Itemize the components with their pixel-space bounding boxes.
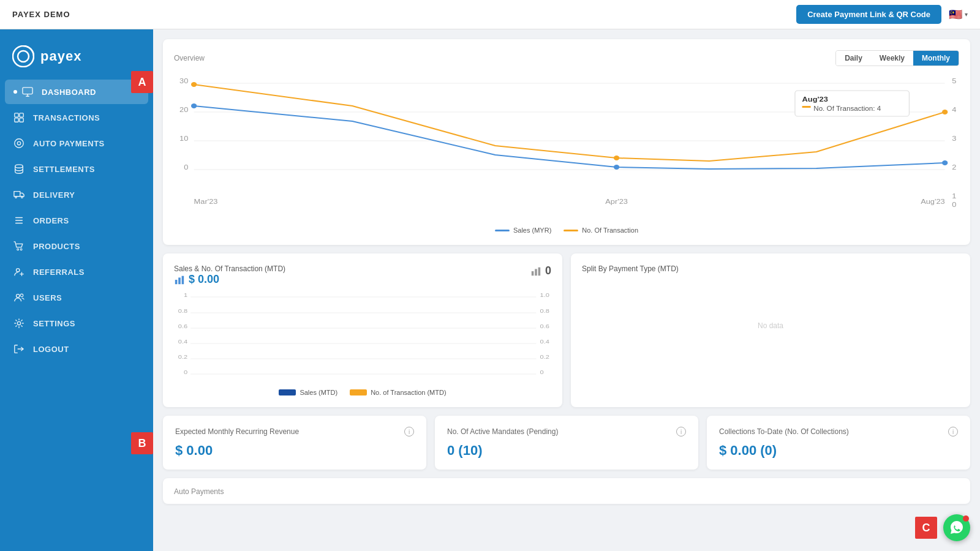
svg-rect-38 — [795, 91, 909, 116]
sidebar-item-label: PRODUCTS — [33, 242, 80, 251]
flag-icon: 🇲🇾 — [949, 8, 962, 21]
svg-rect-4 — [20, 113, 23, 117]
tab-monthly[interactable]: Monthly — [913, 51, 959, 66]
overview-title: Overview — [174, 54, 205, 62]
sidebar-item-orders[interactable]: ORDERS — [5, 208, 148, 233]
svg-rect-47 — [182, 276, 184, 284]
stat-card-title-2: Collections To-Date (No. Of Collections) — [719, 427, 849, 436]
svg-text:4: 4 — [952, 106, 957, 114]
sidebar-logo: payex — [0, 36, 153, 80]
legend-tx: No. Of Transaction — [564, 227, 638, 234]
svg-point-8 — [17, 141, 20, 144]
svg-text:0.8: 0.8 — [540, 308, 550, 314]
sidebar-item-referrals[interactable]: REFERRALS — [5, 260, 148, 284]
whatsapp-icon — [949, 520, 965, 536]
svg-rect-3 — [15, 113, 18, 117]
sidebar-item-products[interactable]: PRODUCTS — [5, 234, 148, 258]
overview-header: Overview Daily Weekly Monthly — [174, 50, 959, 66]
legend-sales-label: Sales (MYR) — [513, 227, 551, 234]
svg-point-32 — [191, 103, 197, 108]
desktop-icon — [22, 86, 33, 97]
svg-point-36 — [614, 156, 619, 160]
svg-text:2: 2 — [952, 163, 957, 171]
mtd-title: Sales & No. Of Transaction (MTD) — [174, 264, 285, 273]
info-icon-0[interactable]: i — [404, 427, 414, 437]
overview-svg: 30 20 10 0 5 4 3 2 1 0 — [174, 72, 959, 219]
create-payment-button[interactable]: Create Payment Link & QR Code — [796, 5, 941, 24]
flag-button[interactable]: 🇲🇾 ▾ — [949, 8, 968, 21]
svg-point-34 — [942, 160, 948, 165]
svg-point-7 — [15, 139, 23, 148]
svg-point-11 — [21, 197, 23, 198]
sidebar-item-dashboard[interactable]: DASHBOARD — [5, 80, 148, 104]
svg-text:0: 0 — [540, 369, 545, 375]
sidebar-item-label: REFERRALS — [33, 268, 85, 277]
sidebar-item-label: TRANSACTIONS — [33, 113, 100, 122]
whatsapp-button[interactable] — [943, 514, 970, 541]
mtd-card: Sales & No. Of Transaction (MTD) $ 0.00 — [163, 253, 562, 407]
auto-payments-label: Auto Payments — [174, 486, 224, 497]
svg-rect-46 — [178, 277, 181, 284]
truck-icon — [13, 189, 24, 200]
svg-point-35 — [191, 82, 197, 87]
gear-icon — [13, 318, 24, 329]
stat-card-value-2: $ 0.00 (0) — [719, 443, 958, 459]
database-icon — [13, 163, 24, 174]
topbar-right: Create Payment Link & QR Code 🇲🇾 ▾ — [796, 5, 968, 24]
sidebar-item-users[interactable]: USERS — [5, 285, 148, 310]
stat-card-header-2: Collections To-Date (No. Of Collections)… — [719, 427, 958, 437]
legend-mtd-sales-color — [279, 389, 296, 395]
tab-weekly[interactable]: Weekly — [871, 51, 913, 66]
svg-point-14 — [17, 269, 20, 272]
split-payment-title: Split By Payment Type (MTD) — [582, 264, 959, 273]
active-indicator — [13, 90, 17, 94]
sidebar-item-delivery[interactable]: DELIVERY — [5, 182, 148, 207]
sidebar-item-settlements[interactable]: SETTLEMENTS — [5, 157, 148, 181]
svg-text:0.4: 0.4 — [178, 339, 188, 345]
tab-daily[interactable]: Daily — [836, 51, 871, 66]
badge-c: C — [915, 517, 937, 539]
svg-text:No data: No data — [758, 321, 783, 330]
info-icon-1[interactable]: i — [676, 427, 686, 437]
badge-b: B — [131, 432, 153, 454]
main-layout: A B payex DASHBOARD TRANSACTION — [0, 29, 980, 551]
sidebar-item-auto-payments[interactable]: AUTO PAYMENTS — [5, 131, 148, 156]
sidebar-item-label: LOGOUT — [33, 345, 69, 354]
svg-text:Apr'23: Apr'23 — [605, 198, 628, 206]
sidebar-item-label: USERS — [33, 293, 62, 302]
svg-point-1 — [18, 51, 29, 62]
split-payment-svg: No data — [582, 273, 959, 383]
overview-chart: 30 20 10 0 5 4 3 2 1 0 — [174, 72, 959, 234]
svg-text:0: 0 — [952, 201, 957, 209]
mtd-svg: 1 0.8 0.6 0.4 0.2 0 1.0 0.8 0.6 0.4 0.2 … — [174, 290, 551, 381]
stat-card-title-1: No. Of Active Mandates (Pending) — [447, 427, 558, 436]
badge-a: A — [131, 71, 153, 93]
mtd-count: 0 — [545, 264, 551, 277]
logout-icon — [13, 343, 24, 354]
sidebar-item-label: AUTO PAYMENTS — [33, 139, 105, 148]
svg-text:3: 3 — [952, 135, 957, 143]
svg-rect-50 — [538, 267, 541, 276]
sidebar-item-logout[interactable]: LOGOUT — [5, 337, 148, 361]
info-icon-2[interactable]: i — [948, 427, 958, 437]
svg-rect-2 — [23, 88, 32, 94]
stat-card-header-0: Expected Monthly Recurring Revenue i — [175, 427, 414, 437]
legend-tx-label: No. Of Transaction — [582, 227, 638, 234]
svg-point-13 — [20, 249, 22, 250]
svg-text:20: 20 — [179, 106, 189, 114]
payex-logo-icon — [12, 45, 34, 67]
users-add-icon — [13, 266, 24, 277]
stat-card-value-1: 0 (10) — [447, 443, 686, 459]
mtd-amount: $ 0.00 — [189, 273, 219, 286]
svg-text:1.0: 1.0 — [540, 292, 550, 298]
topbar: PAYEX DEMO Create Payment Link & QR Code… — [0, 0, 980, 29]
sidebar-item-label: ORDERS — [33, 216, 69, 225]
wa-notification-dot — [963, 515, 969, 522]
sidebar-item-transactions[interactable]: TRANSACTIONS — [5, 105, 148, 130]
grid-icon — [13, 112, 24, 123]
legend-sales: Sales (MYR) — [495, 227, 551, 234]
sidebar-item-settings[interactable]: SETTINGS — [5, 311, 148, 335]
auto-payments-section: Auto Payments — [163, 478, 970, 504]
legend-mtd-sales-label: Sales (MTD) — [300, 389, 337, 396]
svg-text:0.2: 0.2 — [178, 354, 188, 360]
